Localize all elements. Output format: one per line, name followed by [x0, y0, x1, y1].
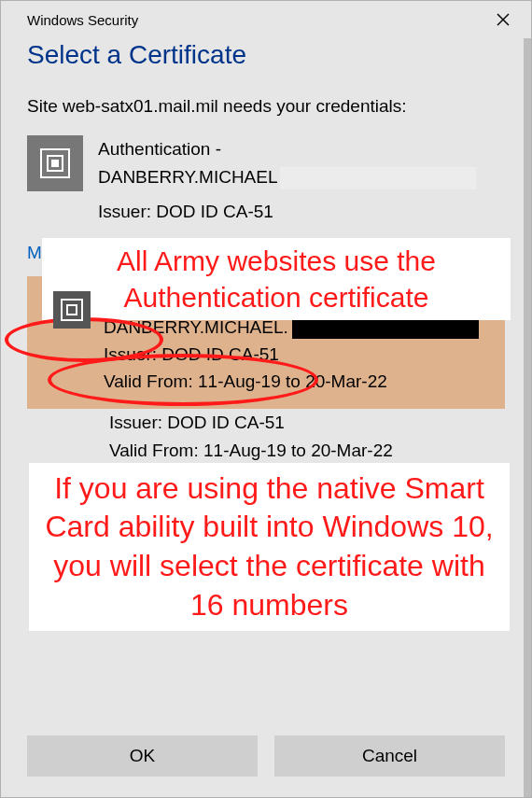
ok-button[interactable]: OK: [27, 735, 258, 777]
cancel-button[interactable]: Cancel: [274, 735, 505, 777]
windows-security-dialog: Windows Security Select a Certificate Si…: [0, 0, 532, 798]
certificate-item[interactable]: Issuer: DOD ID CA-51 Valid From: 11-Aug-…: [1, 409, 531, 466]
certificate-issuer: Issuer: DOD ID CA-51: [98, 198, 505, 226]
svg-rect-4: [51, 160, 59, 167]
certificate-details: Authentication - DANBERRY.MICHAEL Issuer…: [98, 135, 505, 226]
redacted-name-suffix: [280, 167, 476, 189]
site-message: Site web-satx01.mail.mil needs your cred…: [1, 79, 531, 124]
close-button[interactable]: [484, 1, 522, 38]
scrollbar[interactable]: [524, 38, 531, 797]
certificate-issuer: Issuer: DOD ID CA-51: [109, 409, 505, 437]
certificate-holder-name: DANBERRY.MICHAEL: [98, 163, 278, 191]
annotation-overlay: If you are using the native Smart Card a…: [29, 463, 510, 631]
certificate-issuer: Issuer: DOD ID CA-51: [104, 341, 492, 368]
certificate-validity: Valid From: 11-Aug-19 to 20-Mar-22: [104, 368, 492, 395]
window-title: Windows Security: [27, 12, 138, 28]
certificate-icon: [53, 291, 91, 329]
close-icon: [497, 13, 510, 26]
annotation-overlay: All Army websites use the Authentication…: [42, 238, 511, 320]
button-row: OK Cancel: [27, 735, 505, 777]
svg-rect-6: [67, 305, 77, 315]
dialog-heading: Select a Certificate: [1, 38, 531, 79]
certificate-item[interactable]: Authentication - DANBERRY.MICHAEL Issuer…: [1, 124, 531, 226]
titlebar: Windows Security: [1, 1, 531, 38]
certificate-icon: [27, 135, 83, 191]
svg-rect-5: [62, 300, 82, 320]
certificate-validity: Valid From: 11-Aug-19 to 20-Mar-22: [109, 437, 505, 465]
certificate-title-prefix: Authentication -: [98, 135, 505, 163]
